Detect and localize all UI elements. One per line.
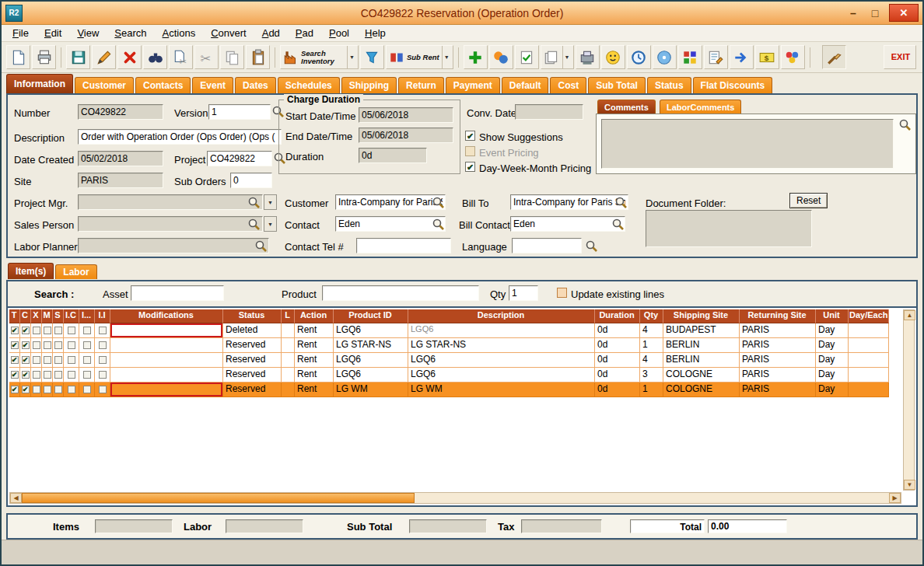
edit-note-button[interactable] xyxy=(515,45,539,69)
cell-status[interactable]: Reserved xyxy=(223,338,282,353)
horizontal-scrollbar[interactable] xyxy=(9,492,901,504)
cell-action[interactable]: Rent xyxy=(295,338,334,353)
row-checkbox-cell[interactable]: ✔ xyxy=(20,383,31,397)
cell-qty[interactable]: 1 xyxy=(640,383,663,397)
labor-planner-search-icon[interactable] xyxy=(254,239,268,253)
row-checkbox[interactable] xyxy=(33,371,40,379)
cell-returning-site[interactable]: PARIS xyxy=(740,323,816,338)
customer-search-icon[interactable] xyxy=(432,196,445,209)
row-checkbox-cell[interactable] xyxy=(64,323,79,338)
inventory-cubes-button[interactable] xyxy=(678,45,702,69)
cell-unit[interactable]: Day xyxy=(816,383,849,397)
scrollbar-thumb[interactable] xyxy=(22,493,415,503)
contact-search-icon[interactable] xyxy=(432,218,445,231)
row-checkbox[interactable] xyxy=(83,371,91,379)
row-checkbox[interactable] xyxy=(33,327,40,334)
row-checkbox-cell[interactable]: ✔ xyxy=(20,368,31,383)
sales-person-dropdown[interactable] xyxy=(264,216,277,232)
filter-button[interactable] xyxy=(360,45,384,69)
column-header-status[interactable]: Status xyxy=(223,309,282,323)
reset-button[interactable]: Reset xyxy=(789,193,828,208)
column-header-i-c[interactable]: I.C xyxy=(64,309,79,323)
row-checkbox[interactable]: ✔ xyxy=(22,341,30,349)
cell-description[interactable]: LGQ6 xyxy=(408,323,595,338)
scroll-up-icon[interactable] xyxy=(904,310,915,320)
grouping-button[interactable] xyxy=(489,45,513,69)
cell-status[interactable]: Reserved xyxy=(223,383,282,397)
exit-button[interactable]: EXIT xyxy=(884,45,916,69)
cell-modifications[interactable] xyxy=(110,338,223,353)
table-row[interactable]: ✔✔ReservedRentLGQ6LGQ60d3COLOGNEPARISDay xyxy=(9,368,905,383)
menu-edit[interactable]: Edit xyxy=(44,27,61,39)
row-checkbox-cell[interactable]: ✔ xyxy=(9,323,20,338)
row-checkbox[interactable] xyxy=(44,341,51,349)
cell-day-each[interactable] xyxy=(849,353,889,368)
tab-comments[interactable]: Comments xyxy=(597,100,656,114)
row-checkbox[interactable]: ✔ xyxy=(11,327,19,334)
column-header-description[interactable]: Description xyxy=(408,309,595,323)
cell-shipping-site[interactable]: BERLIN xyxy=(663,338,740,353)
contact-field[interactable] xyxy=(335,216,446,232)
row-checkbox-cell[interactable] xyxy=(53,353,64,368)
row-checkbox[interactable]: ✔ xyxy=(22,327,30,334)
show-suggestions-checkbox[interactable] xyxy=(465,131,475,141)
dropdown-arrow-icon[interactable]: ▼ xyxy=(562,46,572,68)
title-bar[interactable]: R2 CO429822 Reservation (Operation Order… xyxy=(2,2,922,25)
row-checkbox-cell[interactable] xyxy=(53,368,64,383)
scroll-right-icon[interactable] xyxy=(889,493,901,503)
documents-button[interactable]: ▼ xyxy=(541,45,574,69)
edit-button[interactable] xyxy=(92,45,116,69)
comments-search-icon[interactable] xyxy=(898,118,912,131)
cell-product-id[interactable]: LG WM xyxy=(334,383,408,397)
menu-pad[interactable]: Pad xyxy=(296,27,313,39)
row-checkbox-cell[interactable] xyxy=(95,323,110,338)
row-checkbox-cell[interactable] xyxy=(95,338,110,353)
cell-l[interactable] xyxy=(282,323,295,338)
column-header-day-each[interactable]: Day/Each xyxy=(849,309,889,323)
add-line-button[interactable] xyxy=(464,45,488,69)
row-checkbox-cell[interactable]: ✔ xyxy=(9,368,20,383)
row-checkbox[interactable] xyxy=(83,386,91,393)
row-checkbox[interactable] xyxy=(68,371,75,379)
row-checkbox-cell[interactable]: ✔ xyxy=(9,338,20,353)
tab-contacts[interactable]: Contacts xyxy=(135,77,191,93)
row-checkbox[interactable] xyxy=(54,371,62,379)
cell-status[interactable]: Reserved xyxy=(223,353,282,368)
row-checkbox[interactable]: ✔ xyxy=(11,371,19,379)
language-search-icon[interactable] xyxy=(585,239,598,253)
menu-convert[interactable]: Convert xyxy=(211,27,247,39)
row-checkbox-cell[interactable] xyxy=(64,368,79,383)
cell-shipping-site[interactable]: COLOGNE xyxy=(663,368,740,383)
row-checkbox-cell[interactable] xyxy=(95,383,110,397)
billing-button[interactable]: $ xyxy=(755,45,779,69)
cell-returning-site[interactable]: PARIS xyxy=(740,383,816,397)
comments-textarea[interactable] xyxy=(601,119,894,169)
number-field[interactable] xyxy=(78,104,163,120)
cell-action[interactable]: Rent xyxy=(295,368,334,383)
tab-information[interactable]: Information xyxy=(6,74,73,93)
row-checkbox-cell[interactable] xyxy=(53,383,64,397)
cell-unit[interactable]: Day xyxy=(816,338,849,353)
cell-unit[interactable]: Day xyxy=(816,368,849,383)
update-existing-lines-checkbox[interactable] xyxy=(557,288,567,298)
time-button[interactable] xyxy=(627,45,651,69)
cell-unit[interactable]: Day xyxy=(816,353,849,368)
tab-default[interactable]: Default xyxy=(502,77,549,93)
row-checkbox[interactable] xyxy=(44,371,51,379)
row-checkbox[interactable] xyxy=(83,341,91,349)
tab-payment[interactable]: Payment xyxy=(446,77,500,93)
version-field[interactable] xyxy=(208,104,271,120)
column-header-returning-site[interactable]: Returning Site xyxy=(740,309,816,323)
cell-duration[interactable]: 0d xyxy=(595,383,640,397)
menu-add[interactable]: Add xyxy=(262,27,280,39)
cell-product-id[interactable]: LGQ6 xyxy=(334,323,408,338)
row-checkbox[interactable]: ✔ xyxy=(11,386,19,393)
column-header-shipping-site[interactable]: Shipping Site xyxy=(663,309,740,323)
row-checkbox-cell[interactable] xyxy=(95,368,110,383)
row-checkbox-cell[interactable] xyxy=(53,323,64,338)
print-button[interactable] xyxy=(32,45,56,69)
row-checkbox-cell[interactable]: ✔ xyxy=(20,353,31,368)
row-checkbox[interactable] xyxy=(83,356,91,364)
row-checkbox-cell[interactable] xyxy=(79,353,95,368)
sub-rent-button[interactable]: Sub Rent▼ xyxy=(386,45,453,69)
